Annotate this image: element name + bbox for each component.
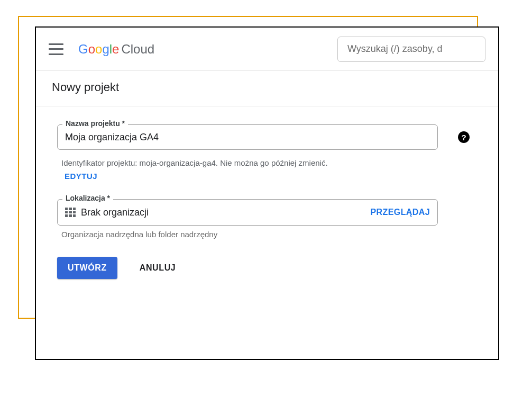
top-bar: GoogleCloud Wyszukaj (/) zasoby, d <box>36 28 498 71</box>
location-value: Brak organizacji <box>81 207 149 218</box>
project-id-suffix: . Nie można go później zmienić. <box>216 158 328 167</box>
create-button[interactable]: UTWÓRZ <box>57 257 117 279</box>
search-input[interactable]: Wyszukaj (/) zasoby, d <box>337 37 485 62</box>
location-label: Lokalizacja * <box>62 194 113 202</box>
logo-cloud-text: Cloud <box>121 42 154 56</box>
location-input[interactable]: Brak organizacji PRZEGLĄDAJ <box>57 199 438 226</box>
cloud-console-window: GoogleCloud Wyszukaj (/) zasoby, d Nowy … <box>35 26 499 360</box>
project-name-field: Nazwa projektu * ? <box>57 124 477 150</box>
organization-icon <box>65 208 76 217</box>
cancel-button[interactable]: ANULUJ <box>137 257 178 279</box>
project-name-input[interactable] <box>57 124 438 150</box>
edit-project-id-button[interactable]: EDYTUJ <box>57 168 97 181</box>
hamburger-menu-icon[interactable] <box>49 43 63 55</box>
new-project-form: Nazwa projektu * ? Identyfikator projekt… <box>36 106 498 284</box>
browse-location-button[interactable]: PRZEGLĄDAJ <box>371 208 430 217</box>
search-placeholder-text: Wyszukaj (/) zasoby, d <box>347 43 443 55</box>
location-helper: Organizacja nadrzędna lub folder nadrzęd… <box>57 226 477 239</box>
project-name-label: Nazwa projektu * <box>62 119 128 128</box>
page-title: Nowy projekt <box>36 71 498 106</box>
project-id-helper: Identyfikator projektu: moja-organizacja… <box>57 153 477 168</box>
google-cloud-logo[interactable]: GoogleCloud <box>78 42 154 57</box>
project-id-value: moja-organizacja-ga4 <box>140 158 216 167</box>
project-id-prefix: Identyfikator projektu: <box>61 158 140 167</box>
action-buttons: UTWÓRZ ANULUJ <box>57 257 477 279</box>
help-icon[interactable]: ? <box>458 131 470 143</box>
location-field: Lokalizacja * Brak organizacji PRZEGLĄDA… <box>57 199 477 226</box>
